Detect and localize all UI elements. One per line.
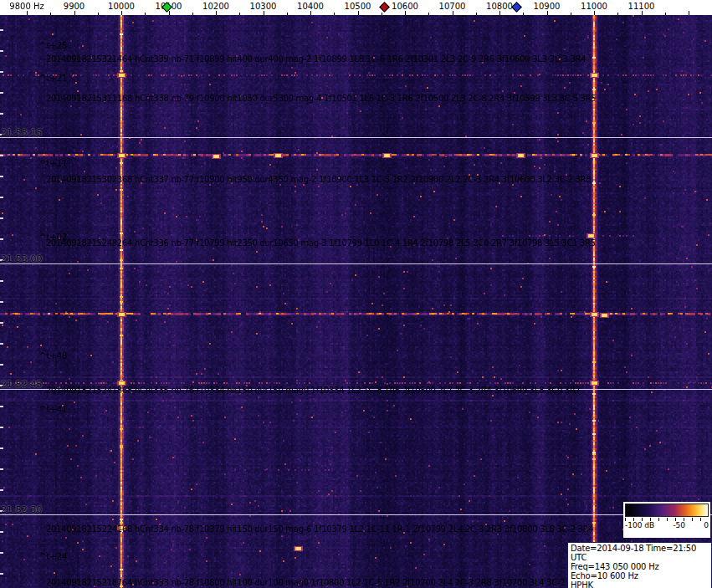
detection-log-line: 20140918215311168 hCnt338 nb-79 f10900 h… — [46, 94, 596, 103]
blue-marker-icon[interactable] — [511, 2, 522, 13]
freq-tick — [523, 13, 524, 15]
freq-tick — [239, 13, 240, 15]
freq-tick — [476, 13, 477, 15]
status-info-box: Date=2014-09-18 Time=21:50 UTC Freq=143 … — [567, 542, 712, 588]
freq-tick — [382, 13, 382, 15]
freq-tick — [216, 11, 217, 15]
freq-label-10700: 10700 — [439, 2, 466, 11]
freq-tick — [287, 13, 288, 15]
freq-tick — [264, 11, 264, 15]
legend-labels: -100 dB -50 0 — [625, 521, 709, 529]
legend-label-mid: -50 — [673, 521, 685, 529]
time-gridline — [0, 514, 712, 515]
detection-time-marker: ^t+11 — [39, 159, 67, 168]
freq-label-10500: 10500 — [345, 2, 371, 11]
freq-tick — [121, 11, 122, 15]
detection-log-line: 20140918215321464 hCnt339 nb-71 f10899 h… — [46, 54, 586, 64]
freq-label-10400: 10400 — [297, 2, 324, 11]
info-station-code: HPHK — [571, 580, 709, 588]
meteor-echo-monitor: 9800 Hz990010000101001020010300104001050… — [0, 0, 712, 588]
freq-tick — [50, 13, 51, 15]
time-label: 21:52:45 — [1, 379, 42, 390]
freq-tick — [617, 13, 618, 15]
freq-label-9800: 9800 Hz — [9, 2, 44, 11]
info-frequency: Freq=143 050 000 Hz — [571, 562, 709, 571]
freq-tick — [169, 11, 170, 15]
legend-label-min: -100 dB — [625, 521, 654, 529]
freq-tick — [571, 13, 571, 15]
freq-tick — [405, 11, 406, 15]
freq-tick — [499, 11, 500, 15]
freq-tick — [428, 13, 429, 15]
freq-tick — [358, 11, 359, 15]
time-gridline — [0, 137, 712, 138]
freq-tick — [98, 13, 99, 15]
freq-tick — [453, 11, 453, 15]
freq-label-9900: 9900 — [64, 2, 85, 11]
freq-label-10900: 10900 — [534, 2, 561, 11]
freq-label-10000: 10000 — [108, 2, 135, 11]
freq-label-10300: 10300 — [250, 2, 277, 11]
freq-tick — [145, 13, 146, 15]
freq-tick — [547, 11, 548, 15]
db-color-scale: -100 dB -50 0 — [623, 502, 710, 538]
detection-log-line: 20140918215224168 hCnt334 nb-78 f10379 h… — [46, 524, 593, 534]
info-date-time: Date=2014-09-18 Time=21:50 UTC — [571, 544, 709, 562]
freq-label-10600: 10600 — [392, 2, 418, 11]
freq-tick — [334, 13, 335, 15]
freq-tick — [27, 11, 28, 15]
freq-tick — [192, 13, 193, 15]
freq-tick — [642, 11, 643, 15]
detection-log-line: 20140918215248264 hCnt336 nb-77 f10799 h… — [46, 238, 596, 248]
freq-tick — [74, 11, 75, 15]
freq-tick — [594, 11, 595, 15]
freq-label-10800: 10800 — [486, 2, 513, 11]
spectrogram-area: -100 dB -50 0 Date=2014-09-18 Time=21:50… — [0, 15, 712, 588]
detection-log-line: 20140918215218764 hCnt333 nb-78 f10800 h… — [46, 578, 583, 587]
red-marker-icon[interactable] — [379, 2, 390, 13]
detection-time-marker: ^t+21 — [39, 74, 67, 83]
time-label: 21:52:30 — [1, 504, 42, 515]
freq-label-10200: 10200 — [202, 2, 229, 11]
detection-log-line: 20140918215302368 hCnt337 nb-77 f10900 h… — [46, 175, 591, 184]
detection-time-marker: ^t+25 — [39, 41, 67, 50]
time-label: 21:53:00 — [1, 253, 42, 264]
detection-time-marker: ^t+41 — [39, 405, 67, 414]
freq-tick — [665, 13, 666, 15]
detection-time-marker: ^t+24 — [39, 552, 67, 561]
freq-tick — [689, 11, 689, 15]
frequency-axis: 9800 Hz990010000101001020010300104001050… — [0, 0, 712, 15]
info-echo-frequency: Echo=10 600 Hz — [571, 571, 709, 580]
time-label: 21:53:15 — [1, 127, 42, 138]
freq-label-11000: 11000 — [581, 2, 607, 11]
freq-tick — [310, 11, 311, 15]
detection-log-line: 20140918215241868 hCnt335 nb-76 f10334 h… — [46, 386, 581, 395]
legend-label-max: 0 — [704, 521, 709, 529]
time-gridline — [0, 263, 712, 264]
color-gradient-bar — [625, 504, 709, 517]
freq-label-11100: 11100 — [628, 2, 655, 11]
detection-time-marker: ^t+48 — [39, 351, 67, 360]
